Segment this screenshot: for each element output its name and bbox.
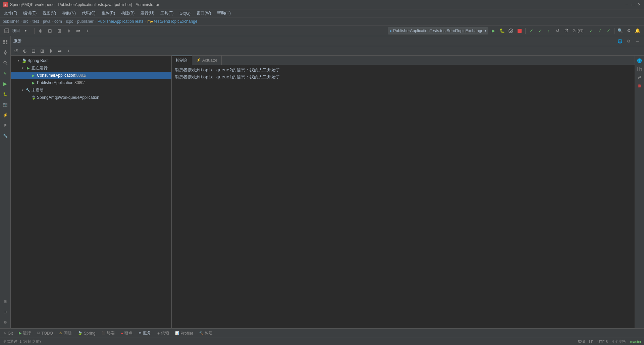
spring-boot-arrow[interactable] <box>16 58 21 63</box>
git-update-btn[interactable]: ✓ <box>528 27 535 34</box>
svc-group-btn[interactable]: ⊞ <box>38 47 46 55</box>
breadcrumb-test[interactable]: test <box>33 19 39 24</box>
left-bottom-1[interactable]: ⊞ <box>1 297 10 306</box>
tree-consumer-app[interactable]: ▶ ConsumerApplication:8081/ <box>11 72 171 79</box>
menu-git[interactable]: Git(G) <box>177 10 193 16</box>
bottom-tab-spring[interactable]: 🍃 Spring <box>75 329 98 338</box>
minimize-button[interactable]: ─ <box>625 2 629 7</box>
notifications-btn[interactable]: 🔔 <box>634 27 641 34</box>
menu-help[interactable]: 帮助(H) <box>214 10 233 17</box>
stopped-group-arrow[interactable] <box>20 88 25 92</box>
tab-console[interactable]: 控制台 <box>172 56 192 65</box>
project-dropdown-icon[interactable]: ▾ <box>21 27 30 35</box>
svc-add-btn[interactable]: + <box>64 47 72 55</box>
running-group-arrow[interactable] <box>20 66 25 70</box>
console-right-btn-1[interactable]: 🌐 <box>636 57 643 64</box>
status-indent[interactable]: 4 个空格 <box>612 339 626 344</box>
git-check-1[interactable]: ✓ <box>587 27 595 34</box>
console-right-btn-4[interactable]: 🗑 <box>636 82 643 89</box>
collapse-all-btn[interactable]: ⊟ <box>46 27 54 35</box>
bottom-tab-todo[interactable]: ☑ TODO <box>34 329 55 338</box>
git-check-3[interactable]: ✓ <box>605 27 612 34</box>
breadcrumb-publisher[interactable]: publisher <box>3 19 19 24</box>
git-history-btn[interactable]: ⏱ <box>562 27 570 34</box>
menu-tools[interactable]: 工具(T) <box>158 10 176 17</box>
breadcrumb-publisher2[interactable]: publisher <box>77 19 94 24</box>
left-bottom-2[interactable]: ⊟ <box>1 307 10 317</box>
tab-actuator[interactable]: ⚡ Actuator <box>192 56 222 65</box>
status-line-col[interactable]: 52:6 <box>578 340 585 344</box>
add-btn[interactable]: + <box>84 27 92 35</box>
left-vcs-btn[interactable]: ⑂ <box>1 69 10 78</box>
console-right-btn-2[interactable] <box>636 65 643 73</box>
services-minimize-btn[interactable]: ─ <box>633 37 641 45</box>
left-run-btn[interactable]: ▶ <box>1 79 10 88</box>
menu-edit[interactable]: 编辑(E) <box>20 10 39 17</box>
bottom-tab-build[interactable]: 🔨 构建 <box>197 329 215 338</box>
bottom-tab-dependencies[interactable]: ◈ 依赖 <box>154 329 172 338</box>
expand-all-btn[interactable]: ⊕ <box>37 27 45 35</box>
bottom-tab-profiler[interactable]: 📊 Profiler <box>172 329 196 338</box>
filter-btn[interactable]: ⊧ <box>65 27 73 35</box>
bottom-tab-services[interactable]: ⚙ 服务 <box>136 329 154 338</box>
tree-running-group[interactable]: ▶ 正在运行 <box>11 64 171 72</box>
bottom-tab-issues[interactable]: ⚠ 问题 <box>56 329 74 338</box>
menu-refactor[interactable]: 重构(R) <box>99 10 118 17</box>
tree-stopped-group[interactable]: 🔧 未启动 <box>11 86 171 94</box>
left-notifications-btn[interactable]: ⚑ <box>1 121 10 130</box>
tree-publisher-app[interactable]: ▶ PublisherApplication:8080/ <box>11 79 171 86</box>
git-rollback-btn[interactable]: ↺ <box>554 27 561 34</box>
left-find-btn[interactable] <box>1 58 10 68</box>
services-globe-btn[interactable]: 🌐 <box>616 37 624 45</box>
bottom-tab-breakpoints[interactable]: ● 断点 <box>118 329 135 338</box>
search-btn[interactable]: 🔍 <box>616 27 624 34</box>
tree-stopped-app[interactable]: 🍃 SpringAmqpWorkqueueApplication <box>11 94 171 101</box>
breadcrumb-method[interactable]: testSendTopicExchange <box>154 19 198 24</box>
svc-collapse-btn[interactable]: ⊟ <box>30 47 38 55</box>
svc-filter-btn[interactable]: ⊧ <box>47 47 55 55</box>
run-button[interactable]: ▶ <box>490 27 497 34</box>
group-btn[interactable]: ⊞ <box>55 27 63 35</box>
bottom-tab-run[interactable]: ▶ 运行 <box>16 329 34 338</box>
services-settings-btn[interactable]: ⚙ <box>625 37 633 45</box>
menu-build[interactable]: 构建(B) <box>118 10 137 17</box>
debug-button[interactable]: 🐛 <box>498 27 506 34</box>
status-branch[interactable]: master <box>630 340 641 344</box>
left-settings-btn[interactable]: ⚙ <box>1 318 10 327</box>
console-right-btn-3[interactable]: 🖨 <box>636 74 643 81</box>
status-encoding[interactable]: LF <box>589 340 593 344</box>
bottom-tab-git[interactable]: ⑂ Git <box>1 329 15 338</box>
maximize-button[interactable]: □ <box>631 2 635 7</box>
git-check-2[interactable]: ✓ <box>596 27 603 34</box>
run-config-selector[interactable]: ● PublisherApplicationTests.testSendTopi… <box>388 27 488 34</box>
menu-view[interactable]: 视图(V) <box>40 10 59 17</box>
git-commit-btn[interactable]: ✓ <box>536 27 544 34</box>
menu-navigate[interactable]: 导航(N) <box>59 10 78 17</box>
breadcrumb-java[interactable]: java <box>43 19 50 24</box>
bottom-tab-terminal[interactable]: ⬛ 终端 <box>99 329 117 338</box>
breadcrumb-icpc[interactable]: icpc <box>66 19 73 24</box>
tree-spring-boot[interactable]: 🍃 Spring Boot <box>11 57 171 64</box>
breadcrumb-class[interactable]: PublisherApplicationTests <box>98 19 144 24</box>
menu-window[interactable]: 窗口(W) <box>194 10 214 17</box>
breadcrumb-com[interactable]: com <box>54 19 62 24</box>
svc-reload-btn[interactable]: ↺ <box>12 47 20 55</box>
left-gradle-btn[interactable]: ⚡ <box>1 110 10 120</box>
git-push-btn[interactable]: ↑ <box>545 27 552 34</box>
menu-run[interactable]: 运行(U) <box>138 10 157 17</box>
close-button[interactable]: ✕ <box>637 2 641 7</box>
settings-btn[interactable]: ⚙ <box>625 27 633 34</box>
left-commit-btn[interactable] <box>1 48 10 57</box>
link-btn[interactable]: ⇌ <box>74 27 82 35</box>
left-profiler-btn[interactable]: 📷 <box>1 100 10 109</box>
left-project-btn[interactable] <box>1 38 10 47</box>
menu-file[interactable]: 文件(F) <box>1 10 20 17</box>
menu-code[interactable]: 代码(C) <box>79 10 98 17</box>
svc-expand-btn[interactable]: ⊕ <box>21 47 29 55</box>
breadcrumb-src[interactable]: src <box>23 19 29 24</box>
run-with-coverage-btn[interactable] <box>507 27 515 34</box>
svc-link-btn[interactable]: ⇌ <box>56 47 64 55</box>
stop-button[interactable] <box>516 27 523 34</box>
left-debug-btn[interactable]: 🐛 <box>1 89 10 99</box>
left-structure-btn[interactable]: 🔧 <box>1 131 10 140</box>
